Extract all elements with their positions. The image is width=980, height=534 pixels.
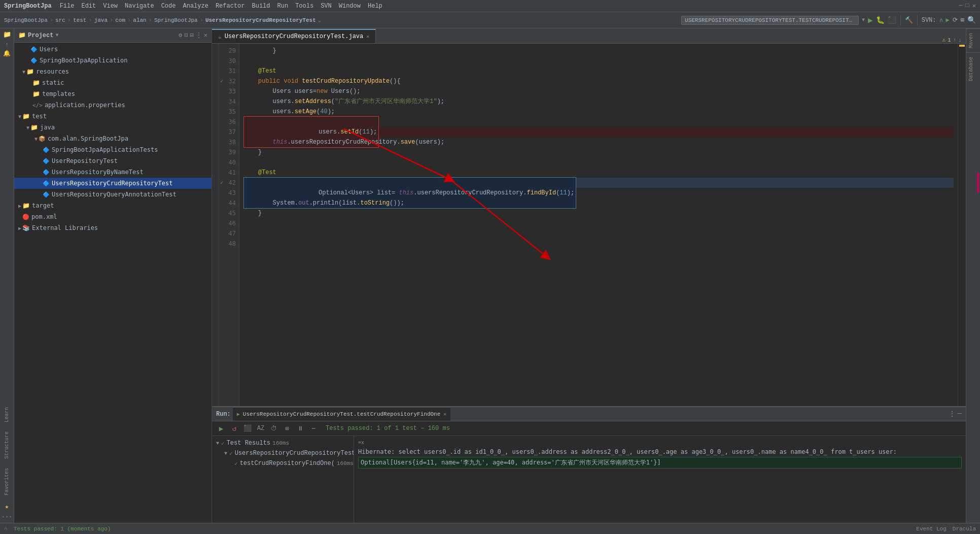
run-button[interactable]: ▶ <box>868 15 873 25</box>
notifications-icon[interactable]: 🔔 <box>3 50 11 57</box>
stop-run-button[interactable]: ⬛ <box>242 423 253 433</box>
more-actions[interactable]: ⋯ <box>308 423 319 433</box>
tree-item-user-repo-test[interactable]: 🔷 UserRepositoryTest <box>14 155 212 166</box>
svn-push[interactable]: ▶ <box>946 16 950 24</box>
menu-run[interactable]: Run <box>274 3 292 10</box>
breadcrumb-test[interactable]: test <box>73 17 86 23</box>
svn-update-button[interactable]: SVN: <box>922 17 936 24</box>
menu-analyze[interactable]: Analyze <box>180 3 211 10</box>
tree-item-users[interactable]: 🔷 Users <box>14 44 212 55</box>
run-tab[interactable]: ▶ UsersRepositoryCrudRepositoryTest.test… <box>233 407 451 421</box>
toolbar-more[interactable]: ⊞ <box>961 16 964 24</box>
tree-item-resources[interactable]: ▼ 📁 resources <box>14 66 212 77</box>
tree-item-java[interactable]: ▼ 📁 java <box>14 122 212 133</box>
project-close-icon[interactable]: ✕ <box>204 31 207 39</box>
breadcrumb-class[interactable]: UsersRepositoryCrudRepositoryTest <box>205 17 316 23</box>
tree-item-com-alan[interactable]: ▼ 📦 com.alan.SpringBootJpa <box>14 133 212 144</box>
tree-item-users-byname[interactable]: 🔷 UsersRepositoryByNameTest <box>14 166 212 178</box>
tree-item-users-crud[interactable]: 🔷 UsersRepositoryCrudRepositoryTest <box>14 178 212 189</box>
status-vcs-icon[interactable]: ⑃ <box>4 526 8 532</box>
run-config-arrow[interactable]: ▼ <box>862 17 865 23</box>
menu-tools[interactable]: Tools <box>292 3 317 10</box>
window-close[interactable]: ✕ <box>972 2 976 10</box>
tree-item-target[interactable]: ▶ 📁 target <box>14 200 212 211</box>
project-collapse-icon[interactable]: ⊟ <box>190 31 194 39</box>
project-expand-icon[interactable]: ⊡ <box>184 31 188 39</box>
tree-item-application-properties[interactable]: </> application.properties <box>14 99 212 111</box>
tree-item-pom[interactable]: 🔴 pom.xml <box>14 211 212 222</box>
tree-item-springbootjpa-tests[interactable]: 🔷 SpringBootJpaApplicationTests <box>14 144 212 155</box>
more-tools[interactable]: ··· <box>2 514 13 521</box>
code-line-45: } <box>243 208 954 218</box>
bottom-more-icon[interactable]: ⋮ <box>949 410 956 418</box>
window-minimize[interactable]: ─ <box>959 2 962 10</box>
tree-item-springbootjpa-app[interactable]: 🔷 SpringBootJpaApplication <box>14 55 212 66</box>
menu-svn[interactable]: SVN <box>318 3 335 10</box>
status-encoding[interactable]: Dracula <box>953 526 976 532</box>
test-tree-item-class[interactable]: ▼ ✓ UsersRepositoryCrudRepositoryTest 16… <box>214 448 352 458</box>
breadcrumb-springbootjpa2[interactable]: SpringBootJpa <box>154 17 198 23</box>
tree-item-static[interactable]: 📁 static <box>14 77 212 88</box>
line-num-47: 47 <box>219 228 239 239</box>
svn-pull[interactable]: ⟳ <box>953 16 958 24</box>
database-tab[interactable]: Database <box>966 52 980 85</box>
project-settings-icon[interactable]: ⚙ <box>179 31 182 39</box>
debug-button[interactable]: 🐛 <box>876 16 885 24</box>
sort-duration-button[interactable]: ⏱ <box>269 423 279 433</box>
tab-close-icon[interactable]: ✕ <box>366 34 369 40</box>
favorites-tab[interactable]: Favorites <box>3 466 11 497</box>
tree-label-users-crud: UsersRepositoryCrudRepositoryTest <box>52 180 172 187</box>
expand-all-button[interactable]: ⊞ <box>282 423 292 433</box>
test-tree-item-root[interactable]: ▼ ✓ Test Results 160ms <box>214 438 352 448</box>
breadcrumb-chevron[interactable]: ⌄ <box>318 17 321 23</box>
breadcrumb-src[interactable]: src <box>55 17 65 23</box>
line-num-45: 45 <box>219 208 239 218</box>
menu-edit[interactable]: Edit <box>78 3 99 10</box>
bottom-minimize-icon[interactable]: ─ <box>958 410 962 418</box>
sort-alpha-button[interactable]: AZ <box>256 423 266 433</box>
run-config-dropdown[interactable]: USERSREPOSITORYCRUDREPOSITORYTEST.TESTCR… <box>681 16 859 25</box>
menu-file[interactable]: File <box>57 3 78 10</box>
menu-refactor[interactable]: Refactor <box>213 3 248 10</box>
project-more-icon[interactable]: ⋮ <box>196 31 202 39</box>
breadcrumb-alan[interactable]: alan <box>133 17 146 23</box>
menu-build[interactable]: Build <box>249 3 273 10</box>
status-event-log[interactable]: Event Log <box>916 526 946 532</box>
build-button[interactable]: 🔨 <box>905 16 913 24</box>
window-maximize[interactable]: □ <box>966 2 969 10</box>
star-icon[interactable]: ★ <box>5 503 9 511</box>
tree-item-external-libs[interactable]: ▶ 📚 External Libraries <box>14 222 212 233</box>
warning-down-icon[interactable]: ↓ <box>958 37 962 43</box>
code-line-35: users.setAge(40); <box>243 107 954 117</box>
editor-tab-active[interactable]: ☕ UsersRepositoryCrudRepositoryTest.java… <box>212 29 376 43</box>
tree-item-test[interactable]: ▼ 📁 test <box>14 111 212 122</box>
code-line-31: @Test <box>243 66 954 76</box>
menu-navigate[interactable]: Navigate <box>122 3 157 10</box>
svn-branch-icon[interactable]: ⑃ <box>939 17 943 24</box>
rerun-failed-button[interactable]: ↺ <box>229 423 239 433</box>
menu-window[interactable]: Window <box>336 3 364 10</box>
code-content[interactable]: } @Test public void testCrudRepositoryUp… <box>239 44 958 406</box>
stop-button[interactable]: ⬛ <box>888 16 896 24</box>
structure-tab[interactable]: Structure <box>3 429 11 461</box>
rerun-button[interactable]: ▶ <box>216 423 226 433</box>
menu-view[interactable]: View <box>100 3 121 10</box>
commit-icon[interactable]: ↑ <box>5 42 9 49</box>
pause-button[interactable]: ⏸ <box>295 423 305 433</box>
project-icon[interactable]: 📁 <box>3 30 11 39</box>
tree-item-templates[interactable]: 📁 templates <box>14 88 212 99</box>
maven-tab[interactable]: Maven <box>966 28 980 52</box>
project-header-title: Project <box>28 32 53 39</box>
learn-tab[interactable]: Learn <box>3 405 11 424</box>
tree-item-users-query[interactable]: 🔷 UsersRepositoryQueryAnnotationTest <box>14 189 212 200</box>
project-dropdown[interactable]: ▼ <box>55 32 58 38</box>
warning-up-icon[interactable]: ↑ <box>953 37 957 43</box>
breadcrumb-springbootjpa[interactable]: SpringBootJpa <box>4 17 48 23</box>
menu-code[interactable]: Code <box>158 3 179 10</box>
menu-help[interactable]: Help <box>365 3 386 10</box>
breadcrumb-java[interactable]: java <box>94 17 108 23</box>
search-everywhere[interactable]: 🔍 <box>967 16 976 24</box>
breadcrumb-com[interactable]: com <box>115 17 125 23</box>
test-tree-item-method[interactable]: ✓ testCrudRepositoryFindOne( 160ms <box>214 458 352 469</box>
run-tab-close[interactable]: ✕ <box>443 411 446 417</box>
